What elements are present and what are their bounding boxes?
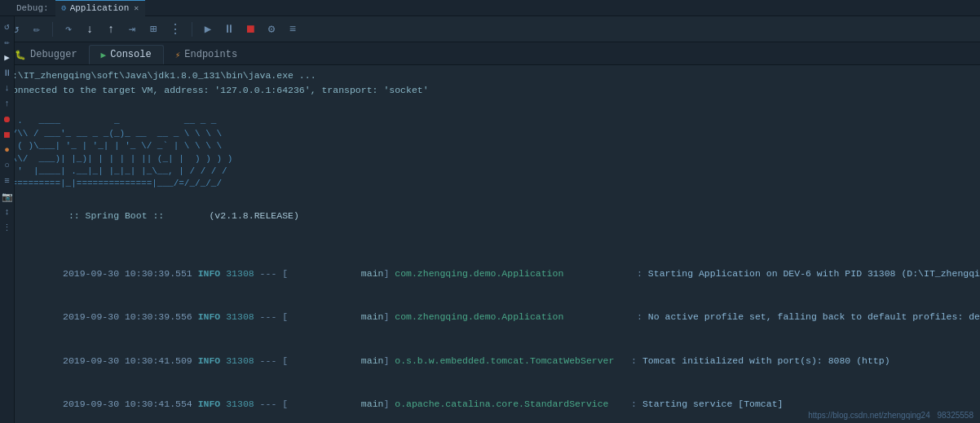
blank-1 <box>7 98 973 112</box>
tab-endpoints-label: Endpoints <box>184 49 237 60</box>
tab-debugger-label: Debugger <box>30 49 77 60</box>
frames-btn[interactable]: ⊞ <box>144 20 162 38</box>
path-line-1: D:\IT_zhengqing\soft\Java\jdk1.8.0_131\b… <box>7 68 973 83</box>
path-line-2: Connected to the target VM, address: '12… <box>7 83 973 98</box>
spring-version-line: :: Spring Boot :: (v2.1.8.RELEASE) <box>7 194 973 237</box>
left-pause-btn[interactable]: ⏸ <box>1 66 14 79</box>
left-stop-btn[interactable]: ⏹ <box>1 128 14 141</box>
debug-toolbar: ↺ ✏ ↷ ↓ ↑ ⇥ ⊞ ⋮ ▶ ⏸ ⏹ ⚙ ≡ <box>0 16 980 42</box>
log-line-2: 2019-09-30 10:30:39.556 INFO 31308 --- [… <box>7 295 973 338</box>
left-camera-btn[interactable]: 📷 <box>1 190 14 203</box>
more-options-btn[interactable]: ≡ <box>284 20 302 38</box>
log-line-1: 2019-09-30 10:30:39.551 INFO 31308 --- [… <box>7 252 973 295</box>
pause-debug-btn[interactable]: ⏸ <box>220 20 238 38</box>
run-cursor-btn[interactable]: ⇥ <box>123 20 141 38</box>
left-breakpoint-btn[interactable]: ● <box>1 143 14 156</box>
stop-debug-btn[interactable]: ⏹ <box>241 20 259 38</box>
watermark-suffix: 98325558 <box>938 411 974 420</box>
debugger-icon: 🐛 <box>15 50 26 60</box>
separator-2 <box>192 22 192 37</box>
blank-2 <box>7 237 973 252</box>
settings-btn[interactable]: ⋮ <box>166 20 185 38</box>
tab-app-icon: ⚙ <box>62 3 67 13</box>
debug-label: Debug: <box>16 3 49 13</box>
watermark-text: https://blog.csdn.net/zhengqing24 <box>808 411 930 420</box>
application-tab[interactable]: ⚙ Application ✕ <box>55 0 146 16</box>
tab-console-label: Console <box>110 49 151 60</box>
left-down-btn[interactable]: ↓ <box>1 82 14 95</box>
tab-app-label: Application <box>70 3 130 13</box>
tab-console[interactable]: ▶ Console <box>89 45 164 64</box>
separator-1 <box>52 22 53 37</box>
console-icon: ▶ <box>101 50 107 60</box>
left-list-btn[interactable]: ≡ <box>1 174 14 187</box>
left-more-btn[interactable]: ⋮ <box>1 221 14 234</box>
edit-btn[interactable]: ✏ <box>28 20 46 38</box>
tabs-row: 🐛 Debugger ▶ Console ⚡ Endpoints <box>0 42 980 65</box>
left-mute-btn[interactable]: ○ <box>1 159 14 172</box>
log-line-3: 2019-09-30 10:30:41.509 INFO 31308 --- [… <box>7 339 973 382</box>
step-out-btn[interactable]: ↑ <box>102 20 120 38</box>
console-output[interactable]: D:\IT_zhengqing\soft\Java\jdk1.8.0_131\b… <box>0 65 980 423</box>
tab-endpoints[interactable]: ⚡ Endpoints <box>164 45 249 64</box>
spring-logo: . ____ _ __ _ _ /\\ / ___'_ __ _ _(_)_ _… <box>7 115 973 190</box>
settings-gear-btn[interactable]: ⚙ <box>263 20 280 38</box>
left-sort-btn[interactable]: ↕ <box>1 205 14 218</box>
watermark: https://blog.csdn.net/zhengqing24 983255… <box>808 411 973 420</box>
left-record-btn[interactable]: ⏺ <box>1 112 14 126</box>
left-toolbar: ↺ ✏ ▶ ⏸ ↓ ↑ ⏺ ⏹ ● ○ ≡ 📷 ↕ ⋮ <box>0 16 15 423</box>
left-play-btn[interactable]: ▶ <box>1 51 14 64</box>
content-area: ↺ ✏ ↷ ↓ ↑ ⇥ ⊞ ⋮ ▶ ⏸ ⏹ ⚙ ≡ 🐛 Debugg <box>0 16 980 423</box>
left-edit-btn[interactable]: ✏ <box>1 35 14 48</box>
step-into-btn[interactable]: ↓ <box>81 20 99 38</box>
step-over-btn[interactable]: ↷ <box>60 20 77 38</box>
run-btn[interactable]: ▶ <box>199 20 217 38</box>
endpoints-icon: ⚡ <box>175 50 181 60</box>
left-refresh-btn[interactable]: ↺ <box>1 20 14 33</box>
tab-debugger[interactable]: 🐛 Debugger <box>3 45 89 64</box>
left-up-btn[interactable]: ↑ <box>1 97 14 110</box>
tab-close-icon[interactable]: ✕ <box>134 3 139 13</box>
top-bar: Debug: ⚙ Application ✕ <box>0 0 980 16</box>
